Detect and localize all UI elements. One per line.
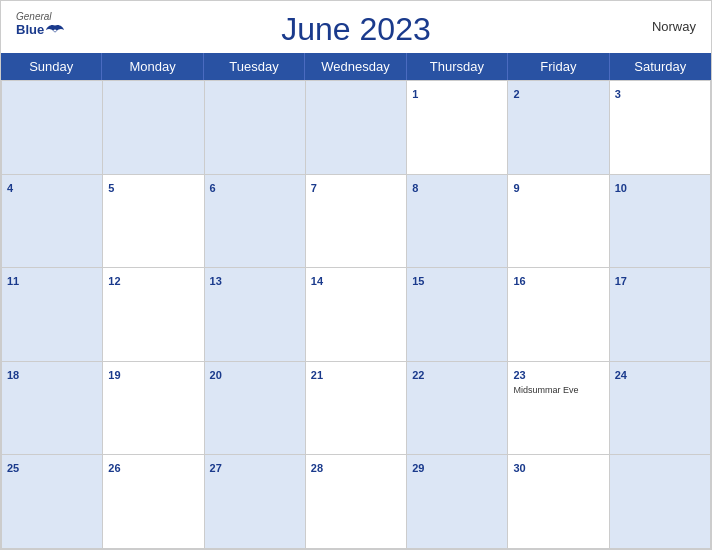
day-header-thursday: Thursday bbox=[407, 53, 508, 80]
calendar-cell-w3d2: 20 bbox=[205, 362, 306, 456]
date-number: 23 bbox=[513, 369, 525, 381]
calendar-cell-w0d0 bbox=[2, 81, 103, 175]
calendar-cell-w0d5: 2 bbox=[508, 81, 609, 175]
calendar-cell-w2d2: 13 bbox=[205, 268, 306, 362]
event-label: Midsummar Eve bbox=[513, 385, 603, 395]
calendar-cell-w1d6: 10 bbox=[610, 175, 711, 269]
date-number: 17 bbox=[615, 275, 627, 287]
date-number: 29 bbox=[412, 462, 424, 474]
calendar-cell-w2d0: 11 bbox=[2, 268, 103, 362]
date-number: 24 bbox=[615, 369, 627, 381]
day-header-saturday: Saturday bbox=[610, 53, 711, 80]
date-number: 27 bbox=[210, 462, 222, 474]
calendar-header: General Blue June 2023 Norway bbox=[1, 1, 711, 53]
calendar-cell-w2d4: 15 bbox=[407, 268, 508, 362]
day-header-friday: Friday bbox=[508, 53, 609, 80]
date-number: 4 bbox=[7, 182, 13, 194]
date-number: 6 bbox=[210, 182, 216, 194]
calendar-cell-w0d1 bbox=[103, 81, 204, 175]
calendar-cell-w4d4: 29 bbox=[407, 455, 508, 549]
date-number: 2 bbox=[513, 88, 519, 100]
date-number: 10 bbox=[615, 182, 627, 194]
date-number: 11 bbox=[7, 275, 19, 287]
date-number: 30 bbox=[513, 462, 525, 474]
date-number: 1 bbox=[412, 88, 418, 100]
calendar-cell-w3d6: 24 bbox=[610, 362, 711, 456]
day-header-monday: Monday bbox=[102, 53, 203, 80]
calendar-cell-w1d2: 6 bbox=[205, 175, 306, 269]
calendar-cell-w1d5: 9 bbox=[508, 175, 609, 269]
calendar-cell-w4d6 bbox=[610, 455, 711, 549]
logo-general: General bbox=[16, 11, 52, 22]
calendar-cell-w2d6: 17 bbox=[610, 268, 711, 362]
date-number: 9 bbox=[513, 182, 519, 194]
calendar-cell-w1d0: 4 bbox=[2, 175, 103, 269]
calendar-cell-w4d1: 26 bbox=[103, 455, 204, 549]
calendar-cell-w2d3: 14 bbox=[306, 268, 407, 362]
calendar-grid: 1234567891011121314151617181920212223Mid… bbox=[1, 80, 711, 549]
calendar-cell-w2d5: 16 bbox=[508, 268, 609, 362]
calendar-cell-w1d3: 7 bbox=[306, 175, 407, 269]
calendar-container: General Blue June 2023 Norway SundayMond… bbox=[0, 0, 712, 550]
calendar-cell-w0d6: 3 bbox=[610, 81, 711, 175]
calendar-cell-w0d2 bbox=[205, 81, 306, 175]
calendar-cell-w3d0: 18 bbox=[2, 362, 103, 456]
date-number: 8 bbox=[412, 182, 418, 194]
logo-general-text: General Blue bbox=[16, 11, 64, 37]
calendar-cell-w1d1: 5 bbox=[103, 175, 204, 269]
date-number: 16 bbox=[513, 275, 525, 287]
day-header-sunday: Sunday bbox=[1, 53, 102, 80]
date-number: 12 bbox=[108, 275, 120, 287]
date-number: 5 bbox=[108, 182, 114, 194]
calendar-cell-w2d1: 12 bbox=[103, 268, 204, 362]
date-number: 3 bbox=[615, 88, 621, 100]
days-header: SundayMondayTuesdayWednesdayThursdayFrid… bbox=[1, 53, 711, 80]
calendar-cell-w3d4: 22 bbox=[407, 362, 508, 456]
calendar-cell-w4d5: 30 bbox=[508, 455, 609, 549]
date-number: 7 bbox=[311, 182, 317, 194]
date-number: 22 bbox=[412, 369, 424, 381]
calendar-cell-w3d5: 23Midsummar Eve bbox=[508, 362, 609, 456]
date-number: 20 bbox=[210, 369, 222, 381]
day-header-wednesday: Wednesday bbox=[305, 53, 406, 80]
logo-bird-icon bbox=[46, 23, 64, 37]
day-header-tuesday: Tuesday bbox=[204, 53, 305, 80]
country-label: Norway bbox=[652, 19, 696, 34]
date-number: 25 bbox=[7, 462, 19, 474]
date-number: 18 bbox=[7, 369, 19, 381]
date-number: 28 bbox=[311, 462, 323, 474]
date-number: 15 bbox=[412, 275, 424, 287]
logo-blue: Blue bbox=[16, 22, 44, 37]
calendar-cell-w3d1: 19 bbox=[103, 362, 204, 456]
date-number: 13 bbox=[210, 275, 222, 287]
date-number: 26 bbox=[108, 462, 120, 474]
date-number: 14 bbox=[311, 275, 323, 287]
calendar-cell-w4d3: 28 bbox=[306, 455, 407, 549]
month-title: June 2023 bbox=[281, 11, 430, 48]
calendar-cell-w1d4: 8 bbox=[407, 175, 508, 269]
calendar-cell-w0d3 bbox=[306, 81, 407, 175]
calendar-cell-w4d2: 27 bbox=[205, 455, 306, 549]
date-number: 19 bbox=[108, 369, 120, 381]
calendar-cell-w3d3: 21 bbox=[306, 362, 407, 456]
logo-area: General Blue bbox=[16, 11, 64, 37]
calendar-cell-w4d0: 25 bbox=[2, 455, 103, 549]
date-number: 21 bbox=[311, 369, 323, 381]
calendar-cell-w0d4: 1 bbox=[407, 81, 508, 175]
